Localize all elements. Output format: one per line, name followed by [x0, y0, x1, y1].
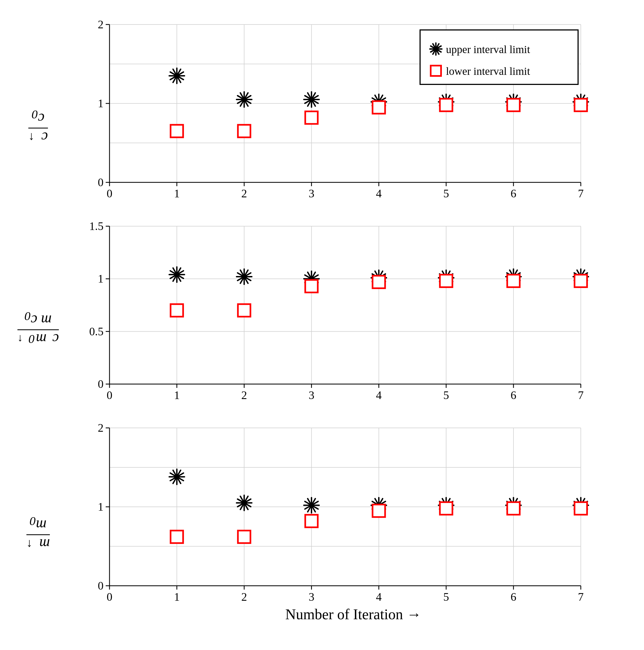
svg-text:1: 1 — [98, 97, 104, 110]
svg-rect-136 — [171, 304, 183, 317]
svg-text:6: 6 — [510, 187, 516, 200]
svg-text:6: 6 — [510, 389, 516, 401]
chart-area-0: 01234567012upper interval limitlower int… — [55, 16, 622, 218]
svg-rect-55 — [305, 111, 318, 124]
svg-text:0: 0 — [107, 591, 112, 603]
svg-rect-220 — [171, 531, 183, 543]
svg-text:0: 0 — [98, 176, 104, 189]
svg-text:5: 5 — [443, 591, 449, 603]
svg-text:4: 4 — [376, 389, 382, 401]
svg-text:5: 5 — [443, 187, 449, 200]
svg-rect-262 — [575, 502, 587, 515]
svg-text:6: 6 — [510, 591, 516, 603]
svg-text:4: 4 — [376, 187, 382, 200]
chart-svg-0: 01234567012upper interval limitlower int… — [55, 16, 622, 202]
svg-text:5: 5 — [443, 389, 449, 401]
svg-rect-227 — [238, 531, 250, 543]
svg-rect-248 — [440, 502, 452, 515]
svg-text:3: 3 — [309, 389, 314, 401]
svg-text:4: 4 — [376, 591, 382, 603]
svg-text:1: 1 — [98, 273, 104, 285]
chart-wrapper-1: c m0 ↑m c00123456700.511.5 — [22, 218, 622, 420]
svg-text:0: 0 — [107, 187, 112, 200]
svg-text:1: 1 — [174, 389, 180, 401]
charts-container: c ↑c001234567012upper interval limitlowe… — [22, 16, 622, 628]
svg-rect-76 — [507, 99, 520, 111]
svg-text:1: 1 — [98, 501, 104, 513]
chart-wrapper-0: c ↑c001234567012upper interval limitlowe… — [22, 16, 622, 218]
chart-svg-2: 01234567012 — [55, 420, 622, 605]
svg-text:3: 3 — [309, 187, 314, 200]
svg-rect-241 — [373, 505, 385, 517]
svg-text:2: 2 — [241, 187, 247, 200]
svg-text:2: 2 — [241, 389, 247, 401]
svg-text:0: 0 — [98, 378, 104, 390]
x-axis-label: Number of Iteration → — [55, 606, 622, 628]
svg-rect-171 — [507, 275, 520, 287]
svg-rect-48 — [238, 125, 250, 138]
svg-text:2: 2 — [98, 422, 104, 434]
svg-text:1: 1 — [174, 187, 180, 200]
svg-text:7: 7 — [578, 187, 584, 200]
svg-rect-83 — [575, 99, 587, 111]
svg-text:1.5: 1.5 — [89, 220, 104, 232]
y-label-1: c m0 ↑m c0 — [22, 218, 55, 420]
svg-text:upper interval limit: upper interval limit — [446, 43, 530, 56]
svg-text:7: 7 — [578, 591, 584, 603]
y-label-0: c ↑c0 — [22, 16, 55, 218]
svg-text:2: 2 — [98, 18, 104, 31]
svg-rect-234 — [305, 515, 318, 527]
svg-rect-164 — [440, 275, 452, 287]
svg-text:0: 0 — [98, 579, 104, 592]
chart-area-2: 01234567012Number of Iteration → — [55, 420, 622, 628]
svg-text:lower interval limit: lower interval limit — [446, 65, 530, 77]
svg-rect-178 — [575, 275, 587, 287]
svg-rect-92 — [431, 66, 441, 76]
svg-rect-41 — [171, 125, 183, 138]
chart-wrapper-2: m ↑m001234567012Number of Iteration → — [22, 420, 622, 628]
svg-text:2: 2 — [241, 591, 247, 603]
svg-text:3: 3 — [309, 591, 314, 603]
svg-rect-255 — [507, 502, 520, 515]
svg-text:0: 0 — [107, 389, 112, 401]
svg-rect-157 — [373, 276, 385, 288]
chart-area-1: 0123456700.511.5 — [55, 218, 622, 420]
svg-rect-62 — [373, 101, 385, 114]
svg-text:1: 1 — [174, 591, 180, 603]
chart-svg-1: 0123456700.511.5 — [55, 218, 622, 403]
svg-text:7: 7 — [578, 389, 584, 401]
svg-text:0.5: 0.5 — [89, 325, 104, 338]
svg-rect-69 — [440, 99, 452, 111]
svg-rect-143 — [238, 304, 250, 317]
y-label-2: m ↑m0 — [22, 420, 55, 628]
svg-rect-150 — [305, 280, 318, 292]
